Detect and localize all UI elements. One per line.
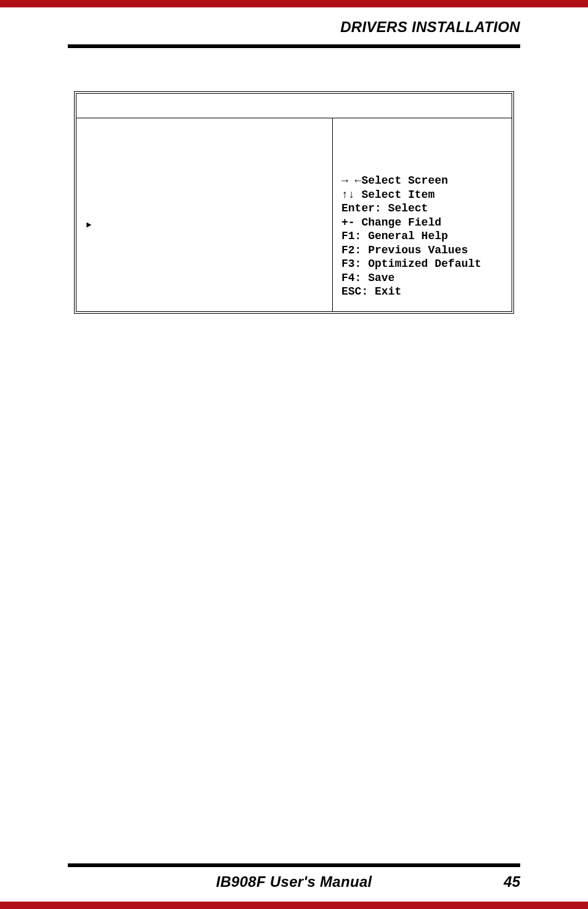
bios-body: ► → ←Select Screen ↑↓ Select Item Enter:…: [76, 118, 512, 311]
page-footer: IB908F User's Manual 45: [0, 863, 588, 909]
help-f3: F3: Optimized Default: [341, 257, 505, 271]
help-f2: F2: Previous Values: [341, 243, 505, 258]
help-select-screen: → ←Select Screen: [341, 174, 505, 188]
help-f1: F1: General Help: [341, 229, 505, 243]
help-esc: ESC: Exit: [341, 285, 505, 299]
help-change-field: +- Change Field: [341, 216, 505, 230]
help-f4: F4: Save: [341, 271, 505, 285]
content-area: ► → ←Select Screen ↑↓ Select Item Enter:…: [0, 48, 588, 314]
footer-rule: [68, 863, 520, 867]
bios-left-panel: ►: [76, 118, 333, 311]
header-title: DRIVERS INSTALLATION: [0, 18, 520, 36]
help-select-item: ↑↓ Select Item: [341, 188, 505, 202]
bottom-accent-bar: [0, 902, 588, 909]
selection-marker-icon: ►: [86, 220, 91, 231]
help-enter: Enter: Select: [341, 202, 505, 216]
page-header: DRIVERS INSTALLATION: [0, 7, 588, 41]
bios-right-help-panel: → ←Select Screen ↑↓ Select Item Enter: S…: [333, 118, 512, 311]
footer-manual-title: IB908F User's Manual: [92, 873, 496, 891]
footer-page-number: 45: [496, 873, 520, 891]
footer-text-row: IB908F User's Manual 45: [0, 873, 588, 902]
top-accent-bar: [0, 0, 588, 7]
bios-title-row: [76, 94, 512, 118]
bios-screen-box: ► → ←Select Screen ↑↓ Select Item Enter:…: [74, 91, 514, 314]
